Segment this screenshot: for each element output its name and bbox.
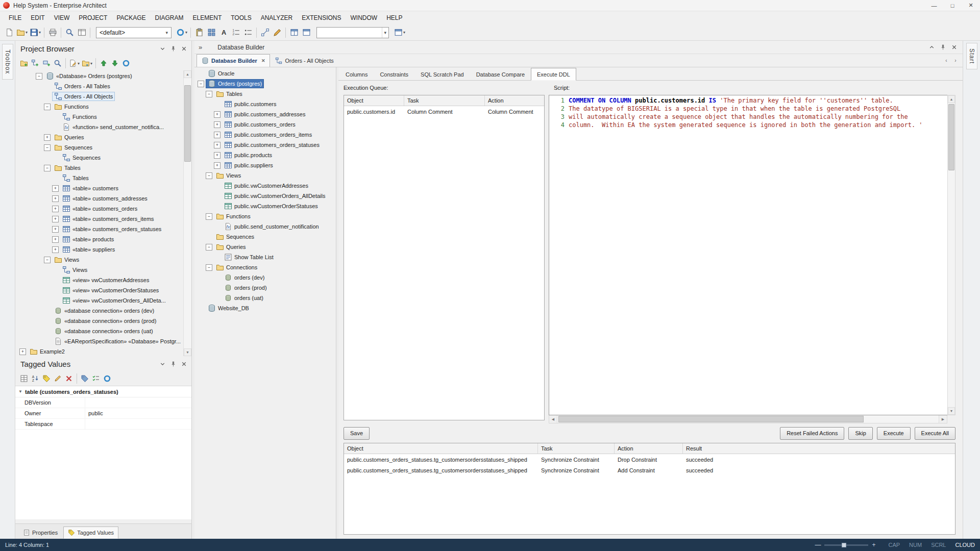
tab-execute-ddl[interactable]: Execute DDL [531, 68, 576, 81]
collapse-box[interactable]: − [44, 257, 51, 263]
doc-tab-orders-all-objects[interactable]: Orders - All Objects [270, 54, 338, 67]
zoom-slider[interactable] [824, 544, 868, 546]
tree-item-database-connection-orders-prod[interactable]: «database connection» orders (prod) [16, 316, 183, 326]
tree-item-table-customers-orders[interactable]: +«table» customers_orders [16, 204, 183, 214]
execute-button[interactable]: Execute [877, 427, 911, 440]
tree-item-orders-prod[interactable]: orders (prod) [194, 283, 336, 293]
tab-constraints[interactable]: Constraints [374, 68, 414, 81]
menu-item-extensions[interactable]: EXTENSIONS [297, 11, 346, 24]
expand-box[interactable]: + [52, 236, 59, 243]
collapse-box[interactable]: − [36, 73, 42, 80]
menu-item-tools[interactable]: TOOLS [226, 11, 256, 24]
chevron-right-button[interactable]: › [951, 56, 960, 65]
close-view-button[interactable] [949, 43, 959, 52]
table-row[interactable]: public.customers_orders_statuses.tg_cust… [344, 465, 955, 475]
brush-button[interactable] [271, 27, 283, 39]
tree-item-table-products[interactable]: +«table» products [16, 234, 183, 244]
tree-item-functions[interactable]: −Functions [16, 102, 183, 112]
expand-box[interactable]: + [214, 111, 220, 118]
tree-item-sequences[interactable]: Sequences [194, 232, 336, 242]
panel-menu-button[interactable] [158, 44, 167, 53]
tree-item-view-vwcustomerorders-alldeta[interactable]: «view» vwCustomerOrders_AllDeta... [16, 295, 183, 306]
tree-item-queries[interactable]: −Queries [194, 242, 336, 252]
tab-sql-scratch-pad[interactable]: SQL Scratch Pad [414, 68, 470, 81]
tree-item-table-suppliers[interactable]: +«table» suppliers [16, 244, 183, 255]
tree-item-orders-postgres[interactable]: −Orders (postgres) [194, 79, 336, 89]
table-row[interactable]: public.customers.idColumn CommentColumn … [344, 106, 544, 117]
tree-item-functions[interactable]: −Functions [194, 211, 336, 221]
close-panel-button[interactable] [179, 359, 188, 368]
tagged-value-row-tablespace[interactable]: Tablespace [15, 419, 191, 430]
tree-item-public-send-customer-notification[interactable]: fxpublic.send_customer_notification [194, 221, 336, 232]
status-toggle-cap[interactable]: CAP [888, 542, 900, 548]
tree-item-public-customers-addresses[interactable]: +public.customers_addresses [194, 109, 336, 119]
tree-item-example2[interactable]: +Example2 [16, 346, 183, 356]
expand-box[interactable]: + [52, 246, 59, 253]
tree-item-public-customers-orders-items[interactable]: +public.customers_orders_items [194, 130, 336, 140]
tree-item-database-orders-postgres[interactable]: −«Database» Orders (postgres) [16, 71, 183, 81]
column-header-result[interactable]: Result [683, 443, 955, 454]
toolbox-tab[interactable]: Toolbox [2, 44, 13, 80]
tree-item-tables[interactable]: Tables [16, 173, 183, 183]
status-toggle-cloud[interactable]: CLOUD [955, 542, 975, 548]
menu-item-view[interactable]: VIEW [50, 11, 75, 24]
tree-item-oracle[interactable]: Oracle [194, 68, 336, 79]
window-button[interactable] [300, 27, 312, 39]
tree-item-database-connection-orders-uat[interactable]: «database connection» orders (uat) [16, 326, 183, 336]
expand-box[interactable]: + [214, 132, 220, 138]
grid-button[interactable] [205, 27, 217, 39]
up-green-button[interactable] [98, 58, 109, 69]
collapse-box[interactable]: − [206, 244, 212, 251]
menu-item-package[interactable]: PACKAGE [112, 11, 150, 24]
tree-item-views[interactable]: −Views [16, 255, 183, 265]
menu-item-help[interactable]: HELP [382, 11, 407, 24]
table-row[interactable]: public.customers_orders_statuses.tg_cust… [344, 454, 955, 465]
tree-item-views[interactable]: Views [16, 265, 183, 275]
chevron-double-right-icon[interactable]: » [199, 43, 202, 51]
tree-item-sequences[interactable]: Sequences [16, 153, 183, 163]
new-package-button[interactable] [18, 58, 30, 69]
scroll-down-button[interactable]: ▼ [948, 407, 955, 415]
tagged-values-group-row[interactable]: ▼ table (customers_orders_statuses) [15, 386, 191, 397]
new-diagram-button[interactable] [30, 58, 41, 69]
zoom-slider-thumb[interactable] [842, 543, 846, 547]
scroll-thumb[interactable] [184, 85, 191, 162]
tree-item-orders-dev[interactable]: orders (dev) [194, 272, 336, 283]
menu-item-window[interactable]: WINDOW [346, 11, 382, 24]
close-panel-button[interactable] [179, 44, 188, 53]
menu-item-file[interactable]: FILE [4, 11, 26, 24]
tree-item-sequences[interactable]: −Sequences [16, 142, 183, 153]
scroll-track[interactable] [184, 78, 191, 348]
tree-item-function-send-customer-notifica[interactable]: fx«function» send_customer_notifica... [16, 122, 183, 132]
doc-generate-button[interactable]: ▾ [68, 58, 81, 69]
tree-item-database-connection-orders-dev[interactable]: «database connection» orders (dev) [16, 306, 183, 316]
collapse-box[interactable]: − [44, 104, 51, 110]
package-options-button[interactable]: ▾ [81, 58, 93, 69]
expand-box[interactable]: + [52, 195, 59, 202]
tree-item-orders-all-tables[interactable]: Orders - All Tables [16, 81, 183, 91]
collapse-box[interactable]: − [198, 81, 204, 87]
zoom-out-button[interactable]: — [811, 541, 824, 548]
new-document-button[interactable] [3, 27, 15, 39]
minimize-button[interactable]: — [925, 0, 943, 11]
expand-box[interactable]: + [52, 216, 59, 222]
column-header-action[interactable]: Action [615, 443, 683, 454]
tree-item-table-customers-orders-items[interactable]: +«table» customers_orders_items [16, 214, 183, 224]
tree-item-table-customers[interactable]: +«table» customers [16, 183, 183, 193]
numbered-list-button[interactable]: 12 [230, 27, 242, 39]
collapse-box[interactable]: − [206, 264, 212, 271]
column-header-object[interactable]: Object [344, 443, 538, 454]
collapse-box[interactable]: − [206, 172, 212, 179]
scroll-track[interactable] [557, 415, 939, 423]
sort-az-button[interactable]: AZ [30, 373, 41, 384]
doc-tab-database-builder[interactable]: Database Builder✕ [197, 54, 270, 67]
tree-item-tables[interactable]: −Tables [16, 163, 183, 173]
collapse-triangle-icon[interactable]: ▼ [18, 389, 22, 394]
tagged-value-row-dbversion[interactable]: DBVersion [15, 397, 191, 408]
execute-all-button[interactable]: Execute All [915, 427, 955, 440]
paste-button[interactable] [193, 27, 205, 39]
expand-box[interactable]: + [214, 162, 220, 169]
collapse-box[interactable]: − [206, 213, 212, 220]
expand-box[interactable]: + [52, 226, 59, 233]
zoom-in-button[interactable]: + [868, 541, 879, 548]
